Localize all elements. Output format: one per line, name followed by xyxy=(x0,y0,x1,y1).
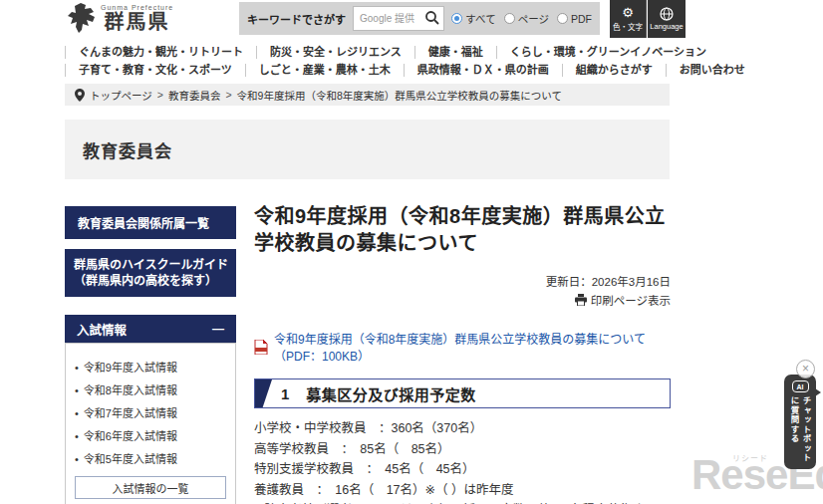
line-nursing: 養護教員 ： 16名（ 17名）※（ ）は昨年度 xyxy=(254,480,671,501)
nav-item-government[interactable]: 県政情報・ＤＸ・県の計画 xyxy=(404,64,562,77)
sidebar-item-r9-exam[interactable]: 令和9年度入試情報 xyxy=(75,359,226,375)
nav-item-health[interactable]: 健康・福祉 xyxy=(414,46,496,59)
printer-icon xyxy=(575,294,587,306)
line-disability-note: ※障害者特別選考については、上記の採用予定数の他に5名程度募集する。 xyxy=(254,500,671,504)
sidebar-item-r6-exam[interactable]: 令和6年度入試情報 xyxy=(75,427,226,443)
pdf-link[interactable]: 令和9年度採用（令和8年度実施）群馬県公立学校教員の募集について （PDF：10… xyxy=(274,330,671,364)
collapse-icon: — xyxy=(212,322,224,336)
nav-item-living[interactable]: くらし・環境・グリーンイノベーション xyxy=(496,46,719,59)
gunma-prefecture-shape-icon xyxy=(67,2,97,34)
chatbot-tab[interactable]: AI チャットボットに質問する xyxy=(784,375,816,469)
section-accent-shape xyxy=(255,379,272,407)
pdf-file-icon xyxy=(254,340,268,355)
main-content: 令和9年度採用（令和8年度実施）群馬県公立学校教員の募集について 更新日：202… xyxy=(254,203,671,504)
search-label: キーワードでさがす xyxy=(247,11,346,27)
map-pin-icon xyxy=(75,89,85,102)
color-text-settings-button[interactable]: ⚙ 色・文字 xyxy=(610,0,647,38)
sidebar: 教育委員会関係所属一覧 群馬県のハイスクールガイド （群馬県内の高校を探す） 入… xyxy=(65,206,236,504)
breadcrumb-current: 令和9年度採用（令和8年度実施）群馬県公立学校教員の募集について xyxy=(237,88,562,103)
global-nav: ぐんまの魅力・観光・リトリート 防災・安全・レジリエンス 健康・福祉 くらし・環… xyxy=(65,44,683,80)
nav-item-organization[interactable]: 組織からさがす xyxy=(562,64,666,77)
breadcrumb-section[interactable]: 教育委員会 xyxy=(168,88,221,103)
meta-block: 更新日：2026年3月16日 印刷ページ表示 xyxy=(254,273,671,308)
chatbot-label: チャットボットに質問する xyxy=(788,396,812,469)
section-title: 募集区分及び採用予定数 xyxy=(306,383,476,404)
gear-icon: ⚙ xyxy=(622,6,634,20)
banner-title: 教育委員会 xyxy=(83,137,172,162)
site-header: Gunma Prefecture 群馬県 キーワードでさがす すべて ページ P… xyxy=(0,0,823,38)
nav-item-disaster[interactable]: 防災・安全・レジリエンス xyxy=(256,46,414,59)
search-icon[interactable] xyxy=(424,10,440,26)
updated-date: 更新日：2026年3月16日 xyxy=(254,273,671,289)
radio-search-pdf[interactable]: PDF xyxy=(557,13,592,25)
accordion-title: 入試情報 xyxy=(77,320,127,339)
breadcrumb-home[interactable]: トップページ xyxy=(90,88,152,103)
radio-dot xyxy=(557,13,568,24)
print-page-link[interactable]: 印刷ページ表示 xyxy=(575,292,671,308)
sidebar-accordion-exam-info[interactable]: 入試情報 — xyxy=(65,315,236,343)
globe-icon xyxy=(660,7,674,21)
sidebar-item-r5-exam[interactable]: 令和5年度入試情報 xyxy=(75,450,226,466)
sidebar-link-departments[interactable]: 教育委員会関係所属一覧 xyxy=(65,206,236,239)
section-banner: 教育委員会 xyxy=(65,120,670,179)
language-button[interactable]: Language xyxy=(648,0,686,38)
watermark-ruby: リシード xyxy=(732,452,768,463)
sidebar-link-highschool-guide[interactable]: 群馬県のハイスクールガイド （群馬県内の高校を探す） xyxy=(65,249,236,297)
line-special-support: 特別支援学校教員 ： 45名（ 45名） xyxy=(254,459,671,480)
logo-subtitle: Gunma Prefecture xyxy=(101,4,173,11)
radio-dot xyxy=(504,13,515,24)
pdf-row: 令和9年度採用（令和8年度実施）群馬県公立学校教員の募集について （PDF：10… xyxy=(254,330,671,364)
sidebar-item-r7-exam[interactable]: 令和7年度入試情報 xyxy=(75,404,226,420)
gunma-logo[interactable]: Gunma Prefecture 群馬県 xyxy=(67,2,173,34)
nav-item-industry[interactable]: しごと・産業・農林・土木 xyxy=(245,64,404,77)
recruitment-numbers: 小学校・中学校教員 ：360名（370名） 高等学校教員 ： 85名（ 85名）… xyxy=(254,418,671,504)
chatbot-close-button[interactable]: × xyxy=(796,360,815,378)
breadcrumb-separator: > xyxy=(157,89,163,101)
section-number: 1 xyxy=(281,385,289,402)
section-heading: 1 募集区分及び採用予定数 xyxy=(254,378,671,408)
page: Gunma Prefecture 群馬県 キーワードでさがす すべて ページ P… xyxy=(0,0,823,504)
nav-item-attraction[interactable]: ぐんまの魅力・観光・リトリート xyxy=(65,46,256,59)
exam-info-list-button[interactable]: 入試情報の一覧 xyxy=(75,476,226,499)
radio-dot xyxy=(451,13,462,24)
breadcrumb: トップページ > 教育委員会 > 令和9年度採用（令和8年度実施）群馬県公立学校… xyxy=(65,84,670,106)
sidebar-item-r8-exam[interactable]: 令和8年度入試情報 xyxy=(75,381,226,397)
logo-title: 群馬県 xyxy=(105,11,170,33)
search-bar: キーワードでさがす すべて ページ PDF xyxy=(239,2,600,35)
line-elementary-junior: 小学校・中学校教員 ：360名（370名） xyxy=(254,418,671,439)
sidebar-accordion-body: 令和9年度入試情報 令和8年度入試情報 令和7年度入試情報 令和6年度入試情報 … xyxy=(65,343,236,504)
nav-item-contact[interactable]: お問い合わせ xyxy=(666,64,758,77)
page-title: 令和9年度採用（令和8年度実施）群馬県公立学校教員の募集について xyxy=(254,203,671,257)
radio-search-page[interactable]: ページ xyxy=(504,11,549,26)
ai-chat-icon: AI xyxy=(792,380,809,392)
radio-search-all[interactable]: すべて xyxy=(451,11,495,26)
breadcrumb-separator: > xyxy=(225,89,231,101)
line-highschool: 高等学校教員 ： 85名（ 85名） xyxy=(254,439,671,460)
nav-item-childcare[interactable]: 子育て・教育・文化・スポーツ xyxy=(65,64,245,77)
